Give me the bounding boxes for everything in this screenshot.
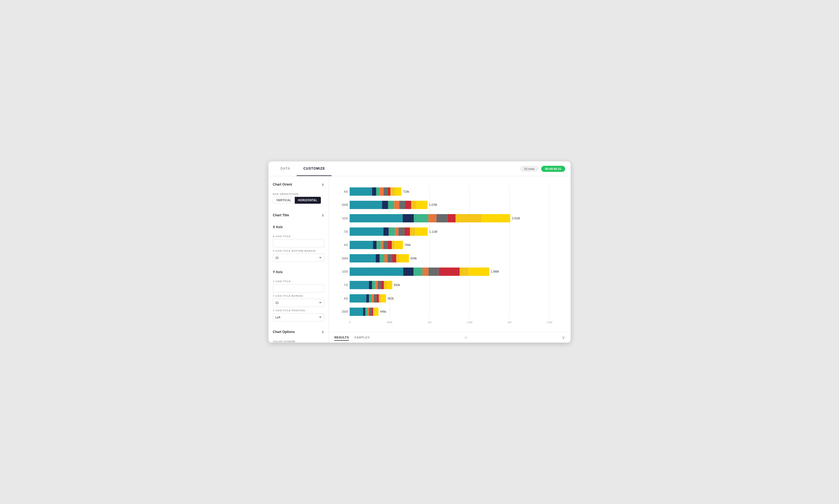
svg-rect-87 xyxy=(381,281,384,289)
svg-rect-12 xyxy=(350,187,372,196)
section-chart-options[interactable]: Chart Options ∧ xyxy=(268,327,329,337)
svg-rect-35 xyxy=(428,214,436,222)
svg-rect-14 xyxy=(376,187,380,196)
section-chart-orient[interactable]: Chart Orient ∧ xyxy=(268,180,329,190)
svg-rect-72 xyxy=(350,268,403,276)
svg-rect-95 xyxy=(372,294,374,303)
svg-rect-63 xyxy=(375,254,380,263)
bottom-tab-results[interactable]: RESULTS xyxy=(334,335,349,341)
svg-rect-79 xyxy=(468,268,489,276)
svg-text:1M: 1M xyxy=(428,321,431,324)
y-axis-title-position-select[interactable]: Left Right Center xyxy=(273,313,324,321)
btn-horizontal[interactable]: HORIZONTAL xyxy=(295,197,321,204)
section-y-axis-body: Y AXIS TITLE Y AXIS TITLE MARGIN 15 10 2… xyxy=(268,277,329,325)
x-axis-bottom-margin-select[interactable]: 15 10 20 25 xyxy=(273,254,324,262)
svg-text:834k: 834k xyxy=(410,257,417,260)
section-chart-title[interactable]: Chart Title ∧ xyxy=(268,210,329,220)
svg-rect-65 xyxy=(384,254,388,263)
sidebar: Chart Orient ∧ BAR ORIENTATION VERTICAL … xyxy=(268,176,329,343)
svg-rect-109 xyxy=(374,308,378,316)
svg-rect-73 xyxy=(403,268,414,276)
bottom-chevron: ∨ xyxy=(562,335,565,340)
svg-text:650k: 650k xyxy=(394,284,400,287)
svg-rect-52 xyxy=(350,241,373,249)
section-x-axis[interactable]: X Axis xyxy=(268,222,329,232)
svg-rect-77 xyxy=(439,268,460,276)
svg-rect-66 xyxy=(388,254,392,263)
drag-handle: ≡ xyxy=(465,335,467,340)
svg-text:2005: 2005 xyxy=(342,203,348,206)
svg-rect-58 xyxy=(392,241,395,249)
svg-rect-16 xyxy=(384,187,388,196)
section-chart-options-body: COLOR SCHEME ▾ xyxy=(268,337,329,343)
chevron-chart-options: ∧ xyxy=(321,330,324,334)
svg-text:766k: 766k xyxy=(404,244,411,247)
svg-rect-76 xyxy=(428,268,439,276)
btn-vertical[interactable]: VERTICAL xyxy=(273,197,295,204)
svg-text:10月: 10月 xyxy=(342,270,348,273)
svg-rect-33 xyxy=(403,214,414,222)
svg-text:445k: 445k xyxy=(380,310,386,313)
svg-rect-88 xyxy=(384,281,386,289)
section-y-axis[interactable]: Y Axis xyxy=(268,267,329,277)
svg-rect-34 xyxy=(414,214,429,222)
app-window: DATA CUSTOMIZE 10 rows 00:00:00.31 Chart… xyxy=(268,161,571,343)
svg-rect-103 xyxy=(363,308,365,316)
svg-rect-84 xyxy=(372,281,375,289)
section-chart-orient-body: BAR ORIENTATION VERTICAL HORIZONTAL xyxy=(268,190,329,208)
svg-rect-17 xyxy=(388,187,390,196)
svg-text:2.01M: 2.01M xyxy=(512,217,520,220)
tab-customize[interactable]: CUSTOMIZE xyxy=(297,161,332,176)
x-axis-title-input[interactable] xyxy=(273,239,324,247)
svg-rect-97 xyxy=(377,294,379,303)
svg-rect-24 xyxy=(388,201,394,209)
svg-text:4月: 4月 xyxy=(344,244,348,247)
svg-rect-28 xyxy=(411,201,417,209)
svg-rect-62 xyxy=(350,254,376,263)
bar-chart-svg: 0500k1M1.5M2M2.5M719k4月1.07M20052.01M10月… xyxy=(337,182,565,329)
svg-rect-53 xyxy=(373,241,377,249)
svg-rect-78 xyxy=(460,268,468,276)
svg-rect-74 xyxy=(414,268,422,276)
svg-rect-98 xyxy=(379,294,381,303)
svg-rect-46 xyxy=(398,228,405,236)
svg-rect-37 xyxy=(448,214,455,222)
svg-rect-92 xyxy=(350,294,366,303)
svg-text:7月: 7月 xyxy=(344,230,348,233)
y-axis-title-margin-select[interactable]: 15 10 20 25 xyxy=(273,299,324,307)
svg-rect-64 xyxy=(380,254,384,263)
bottom-tabs: RESULTS SAMPLES xyxy=(334,335,369,341)
tabs-bar: DATA CUSTOMIZE 10 rows 00:00:00.31 xyxy=(268,161,571,176)
svg-text:1.5M: 1.5M xyxy=(467,321,472,324)
svg-rect-39 xyxy=(481,214,510,222)
svg-rect-104 xyxy=(365,308,368,316)
svg-rect-18 xyxy=(390,187,395,196)
svg-rect-44 xyxy=(389,228,395,236)
svg-rect-38 xyxy=(456,214,482,222)
chevron-chart-orient: ∧ xyxy=(321,182,324,187)
svg-rect-67 xyxy=(392,254,397,263)
svg-text:2M: 2M xyxy=(508,321,511,324)
svg-rect-82 xyxy=(350,281,369,289)
svg-text:562k: 562k xyxy=(388,297,394,300)
svg-rect-47 xyxy=(405,228,410,236)
tab-data[interactable]: DATA xyxy=(274,161,297,176)
svg-rect-25 xyxy=(394,201,399,209)
svg-rect-43 xyxy=(383,228,388,236)
svg-text:500k: 500k xyxy=(387,321,392,324)
svg-rect-15 xyxy=(380,187,384,196)
svg-rect-102 xyxy=(350,308,363,316)
svg-text:0: 0 xyxy=(349,321,350,324)
chart-canvas: 0500k1M1.5M2M2.5M719k4月1.07M20052.01M10月… xyxy=(329,176,571,332)
svg-rect-105 xyxy=(367,308,369,316)
svg-rect-108 xyxy=(373,308,374,316)
svg-rect-22 xyxy=(350,201,382,209)
svg-rect-68 xyxy=(397,254,400,263)
svg-rect-69 xyxy=(400,254,409,263)
svg-rect-32 xyxy=(350,214,403,222)
svg-rect-48 xyxy=(410,228,415,236)
svg-rect-106 xyxy=(369,308,371,316)
y-axis-title-input[interactable] xyxy=(273,284,324,292)
bottom-tab-samples[interactable]: SAMPLES xyxy=(354,335,369,341)
svg-text:1.86M: 1.86M xyxy=(491,270,499,273)
